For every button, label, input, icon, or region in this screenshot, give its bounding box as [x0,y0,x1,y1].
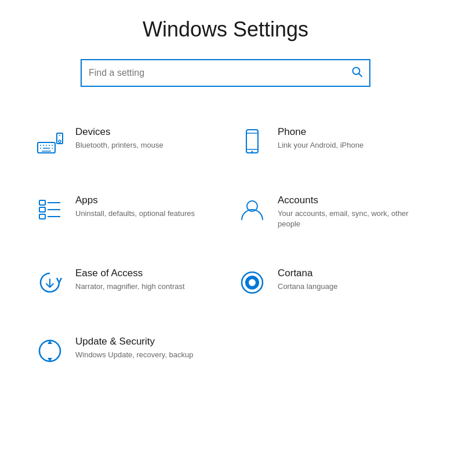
apps-icon [35,195,65,225]
ease-of-access-desc: Narrator, magnifier, high contrast [75,281,185,292]
phone-text: Phone Link your Android, iPhone [278,126,363,151]
accounts-text: Accounts Your accounts, email, sync, wor… [278,195,416,229]
apps-desc: Uninstall, defaults, optional features [75,208,195,219]
ease-of-access-icon [35,268,65,298]
setting-item-cortana[interactable]: Cortana Cortana language [226,251,428,314]
svg-point-18 [252,151,253,153]
apps-name: Apps [75,195,195,206]
cortana-icon [237,268,267,298]
svg-point-13 [59,140,61,142]
cortana-name: Cortana [278,268,337,279]
update-security-name: Update & Security [75,336,194,347]
update-security-icon [35,336,65,366]
update-security-desc: Windows Update, recovery, backup [75,350,194,360]
accounts-name: Accounts [278,195,416,206]
settings-grid: Devices Bluetooth, printers, mouse Phone… [0,104,451,388]
cortana-desc: Cortana language [278,281,337,292]
ease-of-access-name: Ease of Access [75,268,185,279]
search-icon[interactable] [352,67,362,80]
search-input[interactable] [89,68,352,78]
search-container [81,59,370,87]
phone-icon [237,126,267,156]
phone-desc: Link your Android, iPhone [278,140,363,151]
svg-rect-21 [39,214,45,219]
setting-item-accounts[interactable]: Accounts Your accounts, email, sync, wor… [226,178,428,246]
update-security-text: Update & Security Windows Update, recove… [75,336,194,360]
phone-name: Phone [278,126,363,138]
devices-name: Devices [75,126,163,138]
devices-text: Devices Bluetooth, printers, mouse [75,126,163,151]
ease-of-access-text: Ease of Access Narrator, magnifier, high… [75,268,185,292]
accounts-icon [237,195,267,225]
page-title: Windows Settings [0,0,451,53]
cortana-text: Cortana Cortana language [278,268,337,292]
setting-item-ease-of-access[interactable]: Ease of Access Narrator, magnifier, high… [23,251,226,314]
devices-icon [35,126,65,156]
setting-item-apps[interactable]: Apps Uninstall, defaults, optional featu… [23,178,226,246]
accounts-desc: Your accounts, email, sync, work, other … [278,208,416,229]
svg-rect-19 [39,200,45,205]
apps-text: Apps Uninstall, defaults, optional featu… [75,195,195,219]
svg-line-1 [359,74,362,76]
devices-desc: Bluetooth, printers, mouse [75,140,163,151]
svg-rect-20 [39,207,45,212]
setting-item-update-security[interactable]: Update & Security Windows Update, recove… [23,320,226,382]
svg-point-28 [249,279,256,286]
setting-item-devices[interactable]: Devices Bluetooth, printers, mouse [23,110,226,173]
search-box [81,59,370,87]
setting-item-phone[interactable]: Phone Link your Android, iPhone [226,110,428,173]
